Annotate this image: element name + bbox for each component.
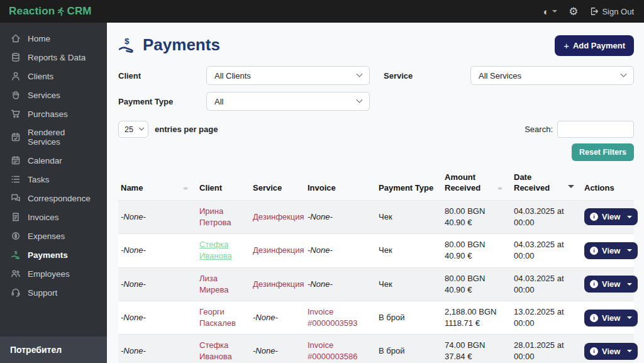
info-icon: i bbox=[590, 213, 598, 221]
sidebar-item-invoices[interactable]: Invoices bbox=[0, 208, 107, 226]
sidebar-item-tasks[interactable]: Tasks bbox=[0, 170, 107, 189]
home-icon bbox=[10, 33, 21, 43]
filter-row-1: Client All Clients Service All Services bbox=[118, 66, 634, 85]
service-link[interactable]: Дезинфекция bbox=[253, 245, 304, 255]
client-link[interactable]: Георги Паскалев bbox=[199, 307, 236, 328]
client-select-value: All Clients bbox=[214, 71, 251, 81]
sidebar-item-calendar[interactable]: Calendar bbox=[0, 151, 107, 170]
calendar-check-icon bbox=[10, 132, 21, 142]
table-row: -None- Ирина Петрова Дезинфекция -None- … bbox=[118, 200, 634, 233]
view-button[interactable]: iView bbox=[584, 208, 638, 225]
entries-per-page-select[interactable]: 25 bbox=[118, 121, 148, 138]
svg-text:$: $ bbox=[14, 250, 17, 255]
hand-sparkles-icon bbox=[10, 90, 21, 100]
column-header-service[interactable]: Service bbox=[250, 170, 305, 200]
sort-icon bbox=[497, 184, 502, 193]
view-button[interactable]: iView bbox=[584, 242, 638, 259]
sign-out-icon bbox=[589, 7, 599, 16]
caret-down-icon bbox=[627, 316, 632, 321]
sidebar-item-reports[interactable]: Reports & Data bbox=[0, 48, 107, 67]
column-label: Payment Type bbox=[379, 183, 433, 193]
add-payment-button[interactable]: + Add Payment bbox=[555, 35, 634, 56]
service-select[interactable]: All Services bbox=[470, 66, 634, 85]
brand-crm: CRM bbox=[67, 5, 91, 18]
client-link[interactable]: Лиза Мирева bbox=[199, 274, 229, 294]
column-label: Service bbox=[253, 183, 282, 193]
service-filter-label: Service bbox=[384, 71, 470, 81]
people-icon bbox=[10, 269, 21, 279]
name-cell: -None- bbox=[121, 245, 146, 255]
sidebar-item-label: Clients bbox=[28, 72, 53, 81]
client-filter-label: Client bbox=[118, 71, 206, 81]
sidebar-item-home[interactable]: Home bbox=[0, 29, 107, 48]
sidebar-item-label: Home bbox=[28, 34, 50, 43]
hand-dollar-icon: $ bbox=[10, 250, 21, 260]
invoice-icon bbox=[10, 212, 21, 222]
entries-per-page-label: entries per page bbox=[155, 125, 218, 134]
main-content: $ Payments + Add Payment Client All Clie… bbox=[107, 23, 644, 363]
view-label: View bbox=[602, 279, 620, 289]
column-header-invoice[interactable]: Invoice bbox=[305, 170, 376, 200]
view-button[interactable]: iView bbox=[584, 276, 638, 293]
search-input[interactable] bbox=[557, 121, 634, 138]
sidebar-item-purchases[interactable]: Purchases bbox=[0, 104, 107, 123]
svg-text:$: $ bbox=[125, 36, 130, 46]
client-select[interactable]: All Clients bbox=[206, 66, 370, 85]
sidebar-item-label: Calendar bbox=[28, 156, 62, 165]
sidebar: Home Reports & Data Clients Services Pur… bbox=[0, 23, 107, 363]
invoice-cell: -None- bbox=[308, 212, 333, 221]
page-title: Payments bbox=[143, 35, 220, 55]
sidebar-item-label: Tasks bbox=[28, 175, 50, 184]
service-cell: -None- bbox=[253, 346, 278, 355]
add-payment-label: Add Payment bbox=[573, 41, 625, 50]
column-header-date-received[interactable]: Date Received bbox=[511, 170, 582, 200]
theme-toggle[interactable]: ◐ bbox=[543, 7, 557, 16]
amount-eur: 37.84 € bbox=[445, 351, 508, 362]
column-header-name[interactable]: Name bbox=[118, 170, 197, 200]
column-header-amount-received[interactable]: Amount Received bbox=[442, 170, 511, 200]
search-wrap: Search: bbox=[525, 121, 634, 138]
client-link[interactable]: Стефка Иванова bbox=[199, 240, 232, 260]
sidebar-item-employees[interactable]: Employees bbox=[0, 264, 107, 283]
payment-type-filter-label: Payment Type bbox=[118, 97, 206, 106]
invoice-link[interactable]: Invoice #0000003593 bbox=[308, 307, 358, 328]
reset-filters-button[interactable]: Reset Filters bbox=[572, 143, 634, 161]
sidebar-item-rendered-services[interactable]: Rendered Services bbox=[0, 123, 107, 151]
reset-row: Reset Filters bbox=[118, 143, 634, 161]
sidebar-item-correspondence[interactable]: Correspondence bbox=[0, 189, 107, 208]
info-icon: i bbox=[590, 247, 598, 255]
sidebar-item-label: Payments bbox=[28, 250, 68, 260]
sidebar-item-expenses[interactable]: Expenses bbox=[0, 226, 107, 245]
view-label: View bbox=[602, 246, 620, 255]
amount-eur: 1118.71 € bbox=[445, 318, 508, 329]
sidebar-footer-user-role[interactable]: Потребител bbox=[0, 337, 107, 363]
money-icon bbox=[10, 231, 21, 241]
sidebar-item-payments[interactable]: $ Payments bbox=[0, 245, 107, 264]
amount-bgn: 74.00 BGN bbox=[445, 340, 508, 351]
view-button[interactable]: iView bbox=[584, 343, 638, 360]
app-logo[interactable]: Reaction CRM bbox=[9, 5, 92, 18]
view-button[interactable]: iView bbox=[584, 310, 638, 327]
column-header-client[interactable]: Client bbox=[197, 170, 250, 200]
service-cell: -None- bbox=[253, 313, 278, 322]
sign-out-button[interactable]: Sign Out bbox=[589, 7, 634, 16]
service-link[interactable]: Дезинфекция bbox=[253, 212, 304, 221]
app-window: Reaction CRM ◐ ⚙ Sign Out Home bbox=[0, 0, 644, 363]
settings-button[interactable]: ⚙ bbox=[569, 6, 578, 17]
runner-icon bbox=[56, 6, 65, 16]
table-row: -None- Стефка Иванова Дезинфекция -None-… bbox=[118, 234, 634, 267]
client-link[interactable]: Стефка Иванова bbox=[199, 340, 232, 361]
client-link[interactable]: Ирина Петрова bbox=[199, 206, 231, 227]
service-link[interactable]: Дезинфекция bbox=[253, 279, 304, 289]
sidebar-item-support[interactable]: Support bbox=[0, 283, 107, 302]
topbar: ◐ ⚙ Sign Out bbox=[107, 0, 644, 23]
column-header-payment-type[interactable]: Payment Type bbox=[376, 170, 442, 200]
payment-type-select[interactable]: All bbox=[206, 92, 370, 111]
sidebar-item-label: Correspondence bbox=[28, 194, 91, 203]
sidebar-item-clients[interactable]: Clients bbox=[0, 67, 107, 86]
invoice-link[interactable]: Invoice #0000003586 bbox=[308, 340, 358, 361]
filter-row-2: Payment Type All bbox=[118, 92, 634, 111]
list-icon bbox=[10, 174, 21, 184]
sidebar-item-services[interactable]: Services bbox=[0, 86, 107, 104]
title-wrap: $ Payments bbox=[118, 35, 220, 55]
